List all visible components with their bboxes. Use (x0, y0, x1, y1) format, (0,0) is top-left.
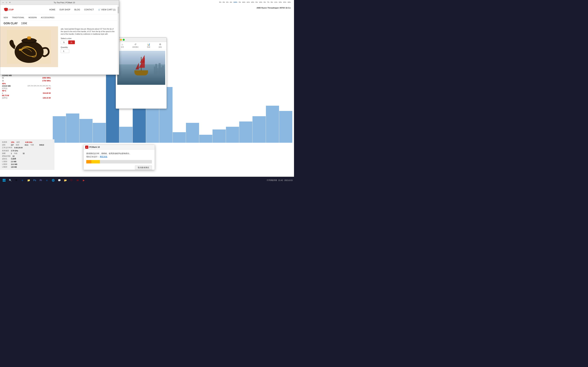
bar-4 (93, 123, 106, 143)
cart-icon: 🛒 (98, 8, 101, 11)
perf-monitor-content (116, 50, 167, 86)
pcmark-progress-yellow (91, 160, 100, 163)
browser-window: — □ ✕ Try Tea Pots | PCMark 10 CUP HOME … (0, 0, 119, 75)
taskbar-source-monitor[interactable]: 打开源监控器 (267, 179, 277, 182)
pcmark-content: 基准测试运行时，请稍候。使用其他程序会影响得分。 现在正在运行： 网页浏览 取消… (84, 150, 155, 168)
teapot-svg (7, 30, 51, 64)
chart-percentage-labels: 5% 6% 6% 4% 100% 3% 64% 41% 43% 5% 10% 3… (219, 1, 291, 3)
nav-blog[interactable]: BLOG (74, 8, 80, 11)
bar-12 (199, 135, 212, 143)
nav-contact[interactable]: CONTACT (84, 8, 94, 11)
window-maximize-btn[interactable]: □ (5, 1, 8, 4)
cpu-stats-speed1: 率 1950 MHz (2, 77, 51, 79)
product-description: ade, hand painted Dragon tea pot. Measur… (61, 28, 116, 35)
bar-2 (66, 114, 79, 143)
nav-shop[interactable]: OUR SHOP (59, 8, 70, 11)
subnav-new[interactable]: NEW (4, 17, 8, 18)
size-buttons: 1L 2L (61, 41, 116, 44)
ship-sail-front (135, 63, 139, 69)
cpu-stats-mb-temp: 46°C (2, 90, 51, 92)
product-header: GON CLAY 199€ (0, 21, 119, 26)
taskbar-pr-btn[interactable]: Pr (38, 178, 43, 183)
cpu-stats-percent2: 45% (2, 83, 51, 85)
perf-nav-options[interactable]: ⚙ 选项 (159, 43, 162, 48)
pcmark-running: 现在正在运行： 网页浏览 (86, 155, 152, 158)
perf-nav-performance[interactable]: 📊 性能 (147, 43, 150, 48)
svg-point-2 (15, 41, 43, 63)
ship-hull (134, 70, 148, 75)
pcmark-title: PCMark 10 (89, 146, 100, 148)
svg-rect-9 (4, 179, 5, 180)
sub-navigation: NEW TRADITIONAL MODERN ACCESSORIES (0, 14, 119, 21)
subnav-modern[interactable]: MODERN (28, 17, 37, 18)
nav-cart[interactable]: 🛒 VIEW CART (1) (98, 8, 115, 11)
bar-11 (186, 123, 199, 143)
pcmark-running-app[interactable]: 网页浏览 (100, 156, 107, 158)
svg-rect-8 (3, 179, 4, 180)
pcmark-status: 基准测试运行时，请稍候。使用其他程序会影响得分。 (86, 152, 152, 155)
cpu-stats-temps: (CPU) 67°C (2, 87, 51, 89)
website-content: CUP HOME OUR SHOP BLOG CONTACT 🛒 VIEW CA… (0, 5, 119, 75)
pcmark-progress-bar (86, 160, 152, 163)
subnav-traditional[interactable]: TRADITIONAL (12, 17, 25, 18)
scroll-thumb (118, 7, 119, 13)
taskbar-left: 🔍 ⧉ e 📁 Ps Pr e 🌐 💬 📂 🛡 10 ▶ (1, 178, 86, 183)
logo-cup-icon (4, 8, 8, 12)
taskbar-ps-btn[interactable]: Ps (32, 178, 37, 183)
product-price: 199€ (21, 22, 27, 25)
taskbar-wechat-btn[interactable]: 💬 (56, 178, 62, 183)
svg-point-7 (19, 49, 22, 51)
cpu-stats-power1: e 154.69 W (2, 92, 51, 94)
taskbar-shield-btn[interactable]: 🛡 (69, 178, 74, 183)
window-minimize-btn[interactable]: — (2, 1, 4, 4)
taskbar: 🔍 ⧉ e 📁 Ps Pr e 🌐 💬 📂 🛡 10 ▶ 打开源监控器 21:4… (0, 177, 294, 184)
performance-monitor-window: ⌂ 主页 ↺ 基准测试 📊 性能 ⚙ 选项 (116, 37, 167, 109)
product-area: ade, hand painted Dragon tea pot. Measur… (0, 26, 119, 75)
perf-min-btn[interactable] (120, 39, 122, 41)
size-label: Select a size: (61, 37, 116, 39)
svg-rect-11 (4, 180, 5, 182)
taskbar-edge-btn[interactable]: e (20, 178, 25, 183)
browser-window-title: Try Tea Pots | PCMark 10 (11, 1, 118, 4)
bar-6 (119, 127, 132, 143)
ship-image (117, 51, 165, 85)
browser-scrollbar[interactable] (118, 5, 119, 75)
perf-nav-home[interactable]: ⌂ 主页 (121, 43, 124, 48)
bar-17 (266, 106, 279, 143)
ship-sail-top (140, 55, 145, 63)
bar-14 (226, 127, 239, 143)
browser-titlebar: — □ ✕ Try Tea Pots | PCMark 10 (0, 0, 119, 5)
cpu-title: AMD Ryzen Threadripper 3970X 32-Co (257, 7, 291, 9)
taskbar-app-btn[interactable]: ▶ (81, 178, 86, 183)
taskbar-date: 2021/1/15 (284, 179, 293, 181)
bar-3 (79, 119, 93, 143)
window-close-btn[interactable]: ✕ (9, 1, 11, 4)
bar-15 (239, 121, 252, 143)
city-skyline (154, 63, 164, 75)
size-1l-btn[interactable]: 1L (61, 41, 67, 44)
subnav-accessories[interactable]: ACCESSORIES (41, 17, 54, 18)
taskbar-search-btn[interactable]: 🔍 (8, 178, 13, 183)
pcmark-cancel-btn[interactable]: 取消基准测试 (135, 166, 152, 170)
taskbar-task-view-btn[interactable]: ⧉ (14, 178, 19, 183)
pcmark-progress-orange (86, 160, 91, 163)
bar-18 (279, 111, 292, 143)
bottom-stats-panel: 利用率 13% 速度 4.08 GHz 进程 227 线程 4111 句柄 94… (0, 139, 54, 170)
quantity-input[interactable] (61, 49, 69, 53)
bar-1 (53, 116, 66, 143)
bar-13 (213, 129, 226, 143)
taskbar-edge2-btn[interactable]: 🌐 (50, 178, 56, 183)
taskbar-folder2-btn[interactable]: 📂 (63, 178, 68, 183)
perf-max-btn[interactable] (123, 39, 125, 41)
taskbar-browser-btn[interactable]: e (44, 178, 50, 183)
site-logo: CUP (4, 8, 14, 12)
size-2l-btn[interactable]: 2L (68, 41, 75, 44)
taskbar-file-btn[interactable]: 📁 (26, 178, 31, 183)
cpu-stats-power3: (GPU) 130.15 W (2, 97, 51, 99)
teapot-image-container (0, 26, 58, 67)
cpu-stats-power2: 69.73 W (2, 94, 51, 97)
taskbar-start-btn[interactable] (1, 178, 7, 183)
taskbar-pcmark-btn[interactable]: 10 (75, 178, 80, 183)
perf-nav-benchmark[interactable]: ↺ 基准测试 (132, 43, 138, 48)
nav-home[interactable]: HOME (49, 8, 55, 11)
